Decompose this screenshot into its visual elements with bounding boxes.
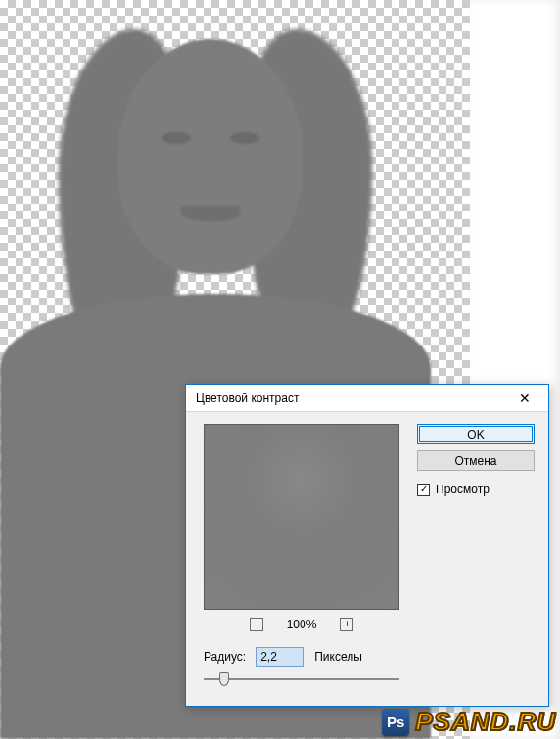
close-button[interactable]: ✕ [505, 388, 544, 409]
watermark-text: PSAND.RU [415, 707, 556, 737]
slider-thumb[interactable] [219, 672, 229, 686]
cancel-button[interactable]: Отмена [417, 450, 535, 471]
radius-slider[interactable] [204, 670, 399, 688]
check-icon: ✓ [420, 485, 428, 494]
ps-logo-icon: Ps [382, 709, 409, 736]
radius-input[interactable] [256, 647, 304, 667]
ok-label: OK [467, 428, 484, 441]
slider-track [204, 678, 399, 680]
zoom-in-button[interactable]: + [340, 618, 353, 631]
close-icon: ✕ [519, 391, 531, 406]
radius-label: Радиус: [204, 650, 246, 664]
plus-icon: + [344, 620, 350, 629]
dialog-titlebar[interactable]: Цветовой контраст ✕ [186, 385, 548, 412]
preview-checkbox[interactable]: ✓ [417, 484, 430, 496]
zoom-level: 100% [287, 618, 317, 631]
preview-checkbox-label: Просмотр [436, 483, 490, 496]
watermark: Ps PSAND.RU [382, 707, 556, 737]
filter-preview[interactable] [204, 424, 399, 610]
high-pass-dialog: Цветовой контраст ✕ − 100% + Радиус: Пик [185, 384, 549, 707]
ok-button[interactable]: OK [417, 424, 535, 444]
radius-units: Пикселы [314, 650, 362, 664]
minus-icon: − [254, 620, 259, 629]
zoom-out-button[interactable]: − [250, 618, 263, 631]
cancel-label: Отмена [454, 454, 496, 468]
dialog-title-text: Цветовой контраст [196, 392, 299, 405]
